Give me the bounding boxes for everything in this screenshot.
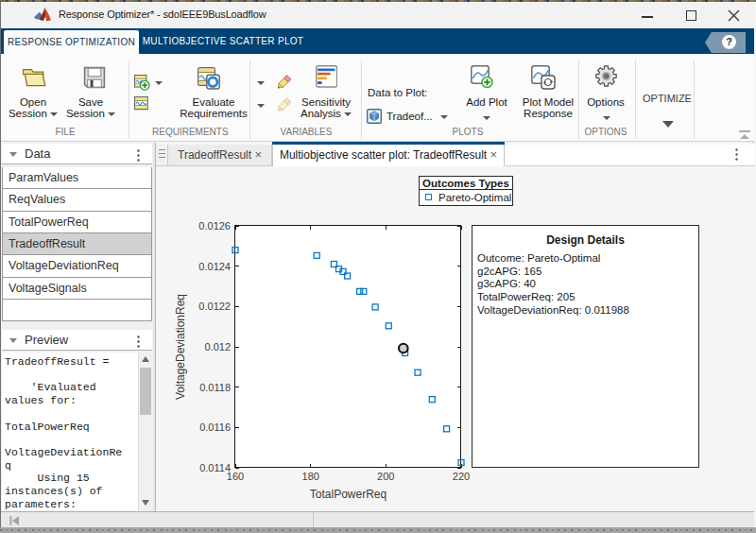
svg-text:0.0124: 0.0124: [198, 261, 231, 272]
svg-text:0.0126: 0.0126: [198, 220, 231, 232]
svg-text:180: 180: [302, 471, 319, 482]
svg-text:VoltageDeviationReq: VoltageDeviationReq: [174, 294, 187, 400]
svg-text:0.012: 0.012: [204, 341, 231, 352]
svg-text:200: 200: [377, 471, 394, 482]
svg-text:220: 220: [453, 471, 470, 482]
svg-text:0.0122: 0.0122: [198, 301, 231, 312]
svg-text:TotalPowerReq: TotalPowerReq: [310, 488, 387, 501]
svg-text:0.0118: 0.0118: [199, 382, 231, 393]
svg-text:0.0116: 0.0116: [199, 421, 231, 433]
svg-text:0.0114: 0.0114: [199, 462, 231, 473]
